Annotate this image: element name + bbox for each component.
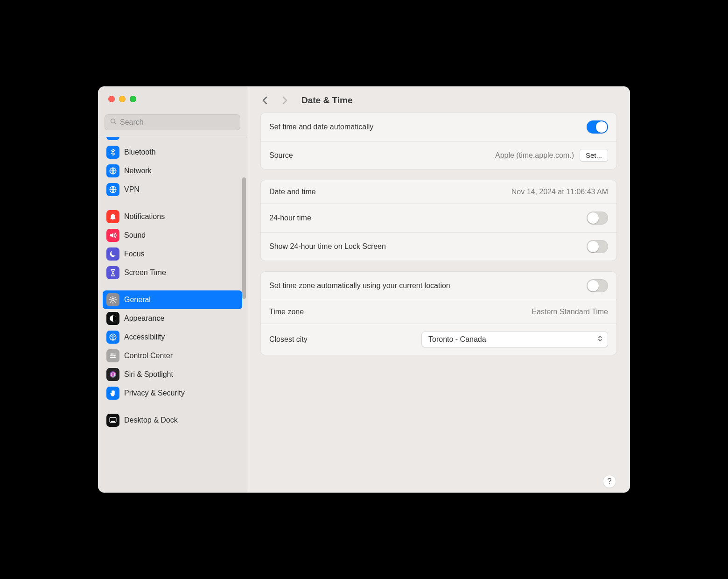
sidebar-item-label: Wi-Fi	[124, 137, 141, 138]
sidebar-item-label: Bluetooth	[124, 148, 156, 156]
sidebar-nav: Wi-FiBluetoothNetworkVPNNotificationsSou…	[98, 137, 247, 493]
bluetooth-icon	[106, 146, 119, 159]
sidebar: Wi-FiBluetoothNetworkVPNNotificationsSou…	[98, 86, 247, 493]
contrast-icon	[106, 312, 119, 325]
sidebar-item-desktopdock[interactable]: Desktop & Dock	[103, 411, 242, 430]
speaker-icon	[106, 229, 119, 242]
city-label: Closest city	[269, 335, 308, 344]
sidebar-item-network[interactable]: Network	[103, 162, 242, 180]
content-header: Date & Time	[247, 86, 630, 113]
sidebar-item-sound[interactable]: Sound	[103, 226, 242, 245]
wifi-icon	[106, 137, 119, 140]
page-title: Date & Time	[301, 95, 352, 106]
auto-tz-toggle[interactable]	[587, 279, 608, 292]
system-settings-window: Wi-FiBluetoothNetworkVPNNotificationsSou…	[98, 86, 630, 493]
bell-icon	[106, 210, 119, 223]
auto-time-label: Set time and date automatically	[269, 123, 373, 131]
search-field[interactable]	[105, 114, 240, 130]
moon-icon	[106, 247, 119, 261]
settings-group-datetime: Date and time Nov 14, 2024 at 11:06:43 A…	[260, 180, 617, 261]
sidebar-item-notifications[interactable]: Notifications	[103, 207, 242, 226]
auto-tz-label: Set time zone automatically using your c…	[269, 282, 450, 290]
datetime-label: Date and time	[269, 188, 316, 196]
sidebar-item-controlcenter[interactable]: Control Center	[103, 346, 242, 365]
window-controls	[98, 86, 247, 110]
settings-group-auto-time: Set time and date automatically Source A…	[260, 113, 617, 169]
help-button[interactable]: ?	[603, 475, 616, 488]
forward-button[interactable]	[280, 95, 289, 106]
gear-icon	[106, 293, 119, 306]
hourglass-icon	[106, 266, 119, 279]
sidebar-item-privacy[interactable]: Privacy & Security	[103, 384, 242, 402]
tz-value: Eastern Standard Time	[532, 308, 608, 316]
sidebar-item-label: Accessibility	[124, 333, 165, 341]
sidebar-item-screentime[interactable]: Screen Time	[103, 263, 242, 282]
sidebar-item-label: Desktop & Dock	[124, 416, 178, 424]
sidebar-scrollbar[interactable]	[242, 177, 246, 299]
sidebar-item-general[interactable]: General	[103, 290, 242, 309]
sidebar-item-appearance[interactable]: Appearance	[103, 309, 242, 328]
source-set-button[interactable]: Set...	[580, 149, 608, 162]
sidebar-item-label: Siri & Spotlight	[124, 370, 173, 379]
sidebar-item-label: Privacy & Security	[124, 389, 185, 397]
sidebar-item-label: Appearance	[124, 314, 164, 323]
closest-city-value: Toronto - Canada	[428, 335, 486, 344]
settings-group-timezone: Set time zone automatically using your c…	[260, 271, 617, 355]
h24-toggle[interactable]	[587, 212, 608, 225]
h24-label: 24-hour time	[269, 214, 311, 222]
globe-icon	[106, 183, 119, 196]
sidebar-item-label: Focus	[124, 250, 145, 258]
minimize-window-button[interactable]	[119, 96, 126, 102]
back-button[interactable]	[260, 95, 270, 106]
source-value: Apple (time.apple.com.)	[495, 151, 574, 160]
tz-label: Time zone	[269, 308, 304, 316]
source-label: Source	[269, 151, 293, 160]
hand-icon	[106, 387, 119, 400]
search-icon	[110, 118, 117, 127]
closest-city-select[interactable]: Toronto - Canada	[421, 332, 608, 347]
zoom-window-button[interactable]	[130, 96, 136, 102]
sidebar-item-focus[interactable]: Focus	[103, 245, 242, 263]
auto-time-toggle[interactable]	[587, 120, 608, 134]
sidebar-item-label: VPN	[124, 185, 140, 194]
access-icon	[106, 331, 119, 344]
chevron-up-down-icon	[597, 335, 603, 344]
sidebar-item-label: Network	[124, 167, 152, 175]
content-body: Set time and date automatically Source A…	[247, 113, 630, 493]
content-pane: Date & Time Set time and date automatica…	[247, 86, 630, 493]
dock-icon	[106, 414, 119, 427]
sidebar-item-label: Sound	[124, 231, 146, 240]
sidebar-item-label: General	[124, 296, 151, 304]
sidebar-item-accessibility[interactable]: Accessibility	[103, 328, 242, 346]
search-input[interactable]	[120, 118, 235, 127]
lock24-toggle[interactable]	[587, 240, 608, 253]
sidebar-item-label: Screen Time	[124, 268, 166, 277]
datetime-value: Nov 14, 2024 at 11:06:43 AM	[511, 188, 608, 196]
globe-icon	[106, 164, 119, 177]
siri-icon	[106, 368, 119, 381]
sliders-icon	[106, 349, 119, 362]
sidebar-item-bluetooth[interactable]: Bluetooth	[103, 143, 242, 162]
svg-point-0	[111, 119, 115, 123]
lock24-label: Show 24-hour time on Lock Screen	[269, 242, 386, 251]
sidebar-item-label: Control Center	[124, 352, 173, 360]
sidebar-item-siri[interactable]: Siri & Spotlight	[103, 365, 242, 384]
sidebar-item-wifi[interactable]: Wi-Fi	[103, 137, 242, 143]
sidebar-item-label: Notifications	[124, 212, 165, 221]
sidebar-item-vpn[interactable]: VPN	[103, 180, 242, 199]
svg-line-1	[114, 122, 116, 124]
close-window-button[interactable]	[108, 96, 115, 102]
